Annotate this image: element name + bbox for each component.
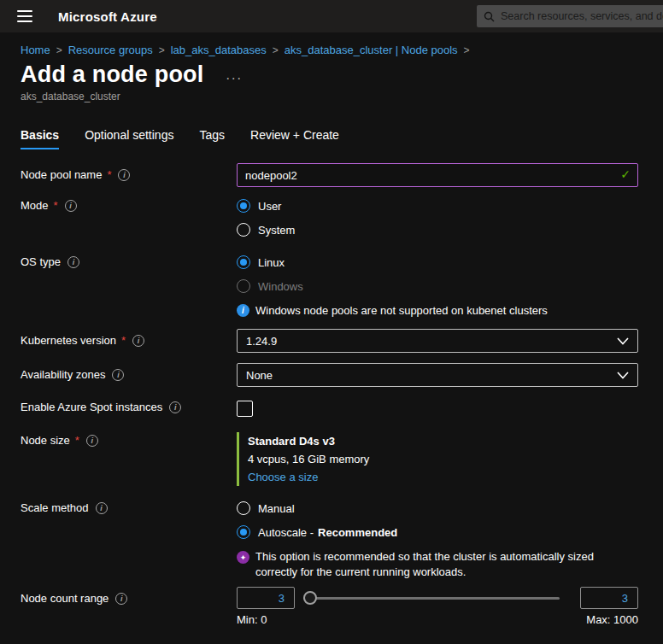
mode-user-label: User <box>258 200 281 213</box>
top-bar: Microsoft Azure <box>0 0 663 32</box>
choose-a-size-link[interactable]: Choose a size <box>248 471 318 483</box>
os-type-label: OS type <box>21 255 61 268</box>
spot-instances-checkbox[interactable] <box>237 401 253 417</box>
breadcrumb-separator: > <box>56 44 62 56</box>
recommendation-icon: ✦ <box>237 551 249 564</box>
node-size-label: Node size <box>21 434 70 447</box>
page-title: Add a node pool <box>21 61 203 88</box>
required-marker: * <box>54 199 58 212</box>
os-type-radio-linux[interactable]: Linux <box>237 254 638 271</box>
breadcrumb-separator: > <box>273 44 279 56</box>
breadcrumb: Home>Resource groups>lab_aks_databases>a… <box>0 32 663 56</box>
kubernetes-version-label: Kubernetes version <box>21 334 116 347</box>
node-pool-name-input[interactable] <box>237 163 638 187</box>
basics-form: Node pool name* i ✓ Mode* i User System <box>0 149 663 626</box>
info-icon[interactable]: i <box>112 369 124 381</box>
mode-label: Mode <box>21 199 49 212</box>
chevron-down-icon <box>617 337 629 345</box>
field-mode: Mode* i User System <box>21 197 638 238</box>
node-size-specs: 4 vcpus, 16 GiB memory <box>248 450 638 468</box>
radio-unselected-icon <box>237 501 250 515</box>
tab-optional-settings[interactable]: Optional settings <box>85 128 173 149</box>
breadcrumb-separator: > <box>159 44 165 56</box>
recommendation-note-text: This option is recommended so that the c… <box>255 549 638 580</box>
scale-method-manual-label: Manual <box>258 502 295 515</box>
app-title: Microsoft Azure <box>58 9 157 24</box>
info-icon[interactable]: i <box>67 256 79 268</box>
tab-tags[interactable]: Tags <box>199 128 225 149</box>
info-icon[interactable]: i <box>86 435 98 447</box>
availability-zones-value: None <box>246 369 273 382</box>
tab-review-create[interactable]: Review + Create <box>250 128 339 149</box>
info-icon[interactable]: i <box>65 200 77 212</box>
mode-radio-user[interactable]: User <box>237 197 638 214</box>
max-node-count-input[interactable]: 3 <box>580 587 638 609</box>
breadcrumb-separator: > <box>464 44 470 56</box>
hamburger-menu-icon[interactable] <box>10 3 39 29</box>
slider-track[interactable] <box>303 597 560 600</box>
scale-method-label: Scale method <box>21 501 89 514</box>
scale-method-radio-autoscale[interactable]: Autoscale - Recommended <box>237 524 638 541</box>
field-availability-zones: Availability zones i None <box>21 363 638 387</box>
min-node-count-input[interactable]: 3 <box>237 587 295 609</box>
chevron-down-icon <box>617 372 629 379</box>
os-type-linux-label: Linux <box>258 256 285 269</box>
availability-zones-label: Availability zones <box>21 368 105 381</box>
radio-disabled-icon <box>237 279 250 293</box>
wizard-tabs: Basics Optional settings Tags Review + C… <box>0 102 663 149</box>
slider-handle[interactable] <box>303 591 317 605</box>
windows-info-note: i Windows node pools are not supported o… <box>237 303 638 319</box>
windows-note-text: Windows node pools are not supported on … <box>255 303 548 319</box>
max-hint: Max: 1000 <box>586 613 638 626</box>
mode-radio-system[interactable]: System <box>237 221 638 238</box>
required-marker: * <box>107 168 111 181</box>
radio-selected-icon <box>237 255 250 269</box>
field-scale-method: Scale method i Manual Autoscale - Recomm… <box>21 500 638 580</box>
availability-zones-dropdown[interactable]: None <box>237 363 638 387</box>
global-search[interactable] <box>477 5 663 27</box>
field-os-type: OS type i Linux Windows i Windows node p… <box>21 254 638 319</box>
autoscale-recommendation-note: ✦ This option is recommended so that the… <box>237 549 638 580</box>
mode-system-label: System <box>258 224 295 237</box>
field-kubernetes-version: Kubernetes version* i 1.24.9 <box>21 329 638 353</box>
field-spot-instances: Enable Azure Spot instances i <box>21 399 638 417</box>
info-icon[interactable]: i <box>115 593 127 605</box>
breadcrumb-home[interactable]: Home <box>21 44 50 56</box>
kubernetes-version-value: 1.24.9 <box>246 335 277 348</box>
more-actions-icon[interactable]: ... <box>226 67 242 83</box>
field-node-pool-name: Node pool name* i ✓ <box>21 163 638 187</box>
scale-method-recommended-label: Recommended <box>318 526 397 539</box>
radio-unselected-icon <box>237 223 250 237</box>
info-filled-icon: i <box>237 304 249 317</box>
field-node-count-range: Node count range i 3 3 Min: 0 Max: 1000 <box>21 587 638 626</box>
scale-method-autoscale-label: Autoscale - <box>258 526 314 539</box>
breadcrumb-resource-groups[interactable]: Resource groups <box>68 44 153 56</box>
node-count-slider[interactable] <box>303 591 560 605</box>
search-icon <box>484 11 495 22</box>
validation-check-icon: ✓ <box>620 167 631 181</box>
kubernetes-version-dropdown[interactable]: 1.24.9 <box>237 329 638 353</box>
page-subtitle: aks_database_cluster <box>0 88 663 102</box>
node-size-name: Standard D4s v3 <box>248 432 638 450</box>
tab-basics[interactable]: Basics <box>21 128 59 149</box>
spot-instances-label: Enable Azure Spot instances <box>21 401 162 413</box>
info-icon[interactable]: i <box>96 502 108 514</box>
search-input[interactable] <box>501 10 663 22</box>
info-icon[interactable]: i <box>118 169 130 181</box>
scale-method-radio-manual[interactable]: Manual <box>237 500 638 517</box>
field-node-size: Node size* i Standard D4s v3 4 vcpus, 16… <box>21 432 638 486</box>
node-pool-name-label: Node pool name <box>21 168 102 181</box>
breadcrumb-cluster-node-pools[interactable]: aks_database_cluster | Node pools <box>285 44 458 56</box>
info-icon[interactable]: i <box>169 401 181 413</box>
required-marker: * <box>75 434 79 447</box>
os-type-windows-label: Windows <box>258 280 303 293</box>
breadcrumb-resource-group[interactable]: lab_aks_databases <box>171 44 267 56</box>
min-hint: Min: 0 <box>237 613 267 626</box>
radio-selected-icon <box>237 199 250 213</box>
radio-selected-icon <box>237 525 250 539</box>
required-marker: * <box>121 334 126 347</box>
node-size-summary: Standard D4s v3 4 vcpus, 16 GiB memory C… <box>237 432 638 486</box>
info-icon[interactable]: i <box>132 335 144 347</box>
node-count-range-label: Node count range <box>21 592 109 605</box>
os-type-radio-windows: Windows <box>237 278 638 295</box>
